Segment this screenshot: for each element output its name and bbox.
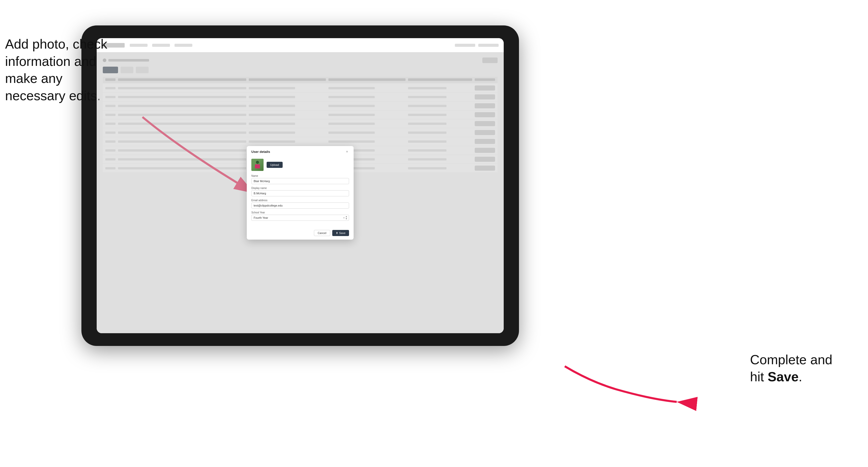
email-label: Email address <box>251 199 349 202</box>
email-input[interactable] <box>251 203 349 209</box>
name-field-group: Name <box>251 175 349 184</box>
save-icon: ⬆ <box>336 231 338 235</box>
user-details-modal: User details × <box>247 146 353 240</box>
school-year-field-group: School Year Fourth Year First Year Secon… <box>251 211 349 221</box>
app-topbar <box>97 38 504 53</box>
save-label: Save <box>339 231 345 235</box>
name-label: Name <box>251 175 349 177</box>
nav-item-2 <box>152 44 170 47</box>
display-name-label: Display name <box>251 187 349 189</box>
app-nav <box>130 44 192 47</box>
modal-backdrop: User details × <box>97 53 504 333</box>
modal-header: User details × <box>247 146 353 156</box>
save-button[interactable]: ⬆ Save <box>332 230 349 236</box>
select-clear-icon[interactable]: × <box>343 216 345 219</box>
annotation-left: Add photo, check information and make an… <box>5 36 107 104</box>
modal-title: User details <box>251 150 270 154</box>
photo-row: Upload <box>251 159 349 171</box>
app-content: User details × <box>97 53 504 333</box>
modal-body: Upload Name Display name <box>247 156 353 227</box>
nav-item-1 <box>130 44 148 47</box>
email-field-group: Email address <box>251 199 349 209</box>
school-year-select[interactable]: Fourth Year First Year Second Year Third… <box>251 215 349 221</box>
tablet-device: User details × <box>82 25 519 346</box>
modal-footer: Cancel ⬆ Save <box>247 227 353 240</box>
topbar-right <box>455 44 499 47</box>
school-year-label: School Year <box>251 211 349 214</box>
person-body <box>255 164 260 168</box>
display-name-field-group: Display name <box>251 187 349 196</box>
nav-item-3 <box>175 44 192 47</box>
topbar-right-1 <box>455 44 475 47</box>
upload-button[interactable]: Upload <box>267 162 283 168</box>
photo-thumbnail <box>251 159 264 171</box>
topbar-right-2 <box>478 44 499 47</box>
person-head <box>256 161 259 164</box>
display-name-input[interactable] <box>251 190 349 196</box>
school-year-wrapper: Fourth Year First Year Second Year Third… <box>251 215 349 221</box>
photo-image <box>251 159 264 171</box>
modal-close-button[interactable]: × <box>345 150 349 154</box>
annotation-right: Complete and hit Save. <box>750 351 832 385</box>
cancel-button[interactable]: Cancel <box>314 230 330 236</box>
person-silhouette <box>255 161 260 168</box>
select-icons: × ▲ ▼ <box>343 215 347 220</box>
name-input[interactable] <box>251 178 349 184</box>
app-main: User details × <box>97 53 504 333</box>
tablet-screen: User details × <box>97 38 504 333</box>
select-arrow-icon: ▲ ▼ <box>345 215 347 220</box>
